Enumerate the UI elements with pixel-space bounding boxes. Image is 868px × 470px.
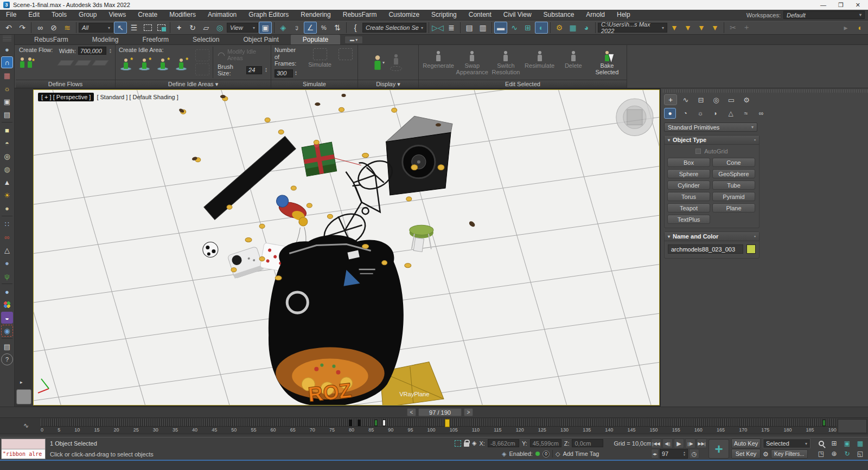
spacewarps-category-icon[interactable]: ≈ xyxy=(740,108,752,119)
bind-to-spacewarp-icon[interactable]: ≋ xyxy=(61,22,74,34)
arc-rotate-icon[interactable]: ∩ xyxy=(1,56,13,68)
project-folder-dropdown[interactable]: C:\Users\h...s Max 2022▾ xyxy=(598,23,667,33)
pan-icon[interactable]: ⊕ xyxy=(828,449,840,459)
ribbon-tab[interactable]: Selection xyxy=(181,35,231,44)
edit-selected-button[interactable]: Delete xyxy=(557,47,590,78)
edit-selected-button[interactable]: Resimulate xyxy=(524,47,556,78)
percent-snap-toggle[interactable]: % xyxy=(317,22,330,34)
ribbon-tab[interactable]: Populate xyxy=(291,35,340,44)
render-production-button[interactable]: ◕ xyxy=(580,22,593,34)
clipboard-icon[interactable]: ▤ xyxy=(1,340,13,352)
primitives-dropdown[interactable]: Standard Primitives▾ xyxy=(664,123,757,132)
viewport-label[interactable]: [ + ] [ Perspective ] [ Standard ] [ Def… xyxy=(38,93,178,101)
key-selection-dropdown[interactable]: Selected▾ xyxy=(763,439,810,448)
paint-palette-icon[interactable]: ◒ xyxy=(1,312,13,324)
shield-icon[interactable]: ◈ xyxy=(502,450,506,458)
select-object-button[interactable]: ↖ xyxy=(114,22,127,34)
select-and-rotate-button[interactable]: ↻ xyxy=(186,22,199,34)
selection-filter-dropdown[interactable]: All▾ xyxy=(79,23,113,33)
blue-sphere-icon[interactable]: ● xyxy=(1,286,13,298)
go-to-start-button[interactable]: |◀◀ xyxy=(651,439,661,448)
object-type-button[interactable]: GeoSphere xyxy=(712,169,755,178)
import-scene-icon[interactable]: ▼ xyxy=(668,22,681,34)
character-key-icon[interactable]: ⚙ xyxy=(763,450,769,458)
redo-button[interactable]: ↷ xyxy=(16,22,29,34)
toggle-ribbon-button[interactable]: ▬ xyxy=(494,22,507,34)
ribbon-tab[interactable]: Freeform xyxy=(130,35,181,44)
x-coordinate-field[interactable]: -8,662cm xyxy=(488,439,519,447)
dome-primitive-icon[interactable]: ◓ xyxy=(1,137,13,149)
viewport-layout-tab[interactable] xyxy=(16,389,31,404)
menu-item[interactable]: Graph Editors xyxy=(242,10,295,20)
workspace-dropdown[interactable]: Default▾ xyxy=(783,11,865,19)
keyframe-marker[interactable] xyxy=(349,420,352,426)
menu-item[interactable]: Create xyxy=(132,10,163,20)
zoom-extents-icon[interactable]: ▣ xyxy=(841,439,853,448)
open-mini-curve-editor-button[interactable]: ∿ xyxy=(21,420,31,431)
sphere-primitive-icon[interactable]: ● xyxy=(1,202,13,214)
menu-item[interactable]: Scripting xyxy=(425,10,463,20)
zoom-region-icon[interactable]: ◳ xyxy=(815,449,827,459)
selection-lock-toggle[interactable] xyxy=(464,442,469,447)
material-editor-button[interactable]: ◐ xyxy=(535,22,548,34)
display-people-button[interactable]: ▾ xyxy=(374,57,385,68)
edit-selected-button[interactable]: Bake Selected xyxy=(591,47,623,78)
menu-item[interactable]: Modifiers xyxy=(163,10,202,20)
teapot-primitive-icon[interactable]: ◍ xyxy=(1,163,13,175)
object-type-header[interactable]: ▾Object Type▪ xyxy=(665,136,759,145)
camera-film-icon[interactable]: ▣ xyxy=(1,95,13,107)
name-color-header[interactable]: ▾Name and Color▪ xyxy=(665,232,759,241)
select-by-name-button[interactable]: ☰ xyxy=(127,22,141,34)
molecule-icon[interactable]: ∞ xyxy=(1,231,13,243)
edit-selected-button[interactable]: Regenerate xyxy=(422,47,455,78)
display-tab-icon[interactable]: ▭ xyxy=(725,94,738,105)
select-and-scale-button[interactable]: ▱ xyxy=(200,22,213,34)
viewport[interactable]: VRayPlane xyxy=(33,89,660,405)
absolute-mode-toggle[interactable]: ◈ xyxy=(472,440,476,447)
named-selection-set-dropdown[interactable]: Create Selection Se▾ xyxy=(362,23,426,33)
notification-count[interactable]: 0 xyxy=(542,450,550,458)
keyframe-marker[interactable] xyxy=(358,420,361,426)
create-key-button[interactable]: + xyxy=(709,439,729,459)
edit-named-selection-sets-button[interactable]: { xyxy=(349,22,362,34)
key-filters-button[interactable]: Key Filters... xyxy=(771,449,808,459)
angle-snap-toggle[interactable]: ∠ xyxy=(304,22,317,34)
select-and-link-icon[interactable]: ∞ xyxy=(34,22,47,34)
edit-selected-caption[interactable]: Edit Selected xyxy=(419,80,627,88)
object-type-button[interactable]: TextPlus xyxy=(667,215,710,224)
object-type-button[interactable]: Sphere xyxy=(667,169,710,178)
menu-item[interactable]: Group xyxy=(73,10,103,20)
object-type-button[interactable]: Pyramid xyxy=(712,192,755,201)
idle-seated-button[interactable]: * xyxy=(119,59,133,70)
create-flow-button[interactable]: * xyxy=(19,57,56,68)
render-teapot-icon[interactable]: ● xyxy=(1,43,13,55)
current-frame-field[interactable]: 97 ▲▼ xyxy=(660,449,688,459)
undo-button[interactable]: ↶ xyxy=(2,22,15,34)
object-type-button[interactable]: Cone xyxy=(712,158,755,167)
timeline-ruler[interactable]: 0510152025303540455055606570758085909510… xyxy=(41,419,837,434)
menu-item[interactable]: Animation xyxy=(202,10,242,20)
asset-tracking-icon[interactable]: ▼ xyxy=(695,22,708,34)
rendered-frame-window-button[interactable]: ▦ xyxy=(566,22,579,34)
scene-convert-icon[interactable]: ▼ xyxy=(709,22,722,34)
edit-selected-button[interactable]: Switch Resolution xyxy=(489,47,522,78)
menu-item[interactable]: Views xyxy=(103,10,132,20)
brush-size-field[interactable]: 24 xyxy=(246,66,262,74)
toggle-scene-explorer-button[interactable]: ▤ xyxy=(463,22,476,34)
menu-item[interactable]: Customize xyxy=(382,10,425,20)
object-name-field[interactable]: archmodels88_023_003 xyxy=(668,244,743,254)
utilities-tab-icon[interactable]: ⚙ xyxy=(740,94,753,105)
camera-speaker-icon[interactable]: ▤ xyxy=(1,108,13,120)
menu-item[interactable]: Tools xyxy=(46,10,73,20)
create-tab-icon[interactable]: ＋ xyxy=(664,94,677,105)
hierarchy-tab-icon[interactable]: ⊟ xyxy=(694,94,707,105)
box-primitive-icon[interactable]: ■ xyxy=(1,124,13,136)
simulate-caption[interactable]: Simulate xyxy=(271,80,358,88)
save-scene-icon[interactable]: ▼ xyxy=(681,22,694,34)
add-time-tag[interactable]: Add Time Tag xyxy=(563,450,599,457)
panel-drag-handle[interactable] xyxy=(663,89,868,93)
align-button[interactable]: ≣ xyxy=(445,22,458,34)
autogrid-checkbox[interactable] xyxy=(695,149,701,154)
orbit-icon[interactable]: ↻ xyxy=(841,449,853,459)
idle-talking-button[interactable]: * xyxy=(156,59,170,70)
